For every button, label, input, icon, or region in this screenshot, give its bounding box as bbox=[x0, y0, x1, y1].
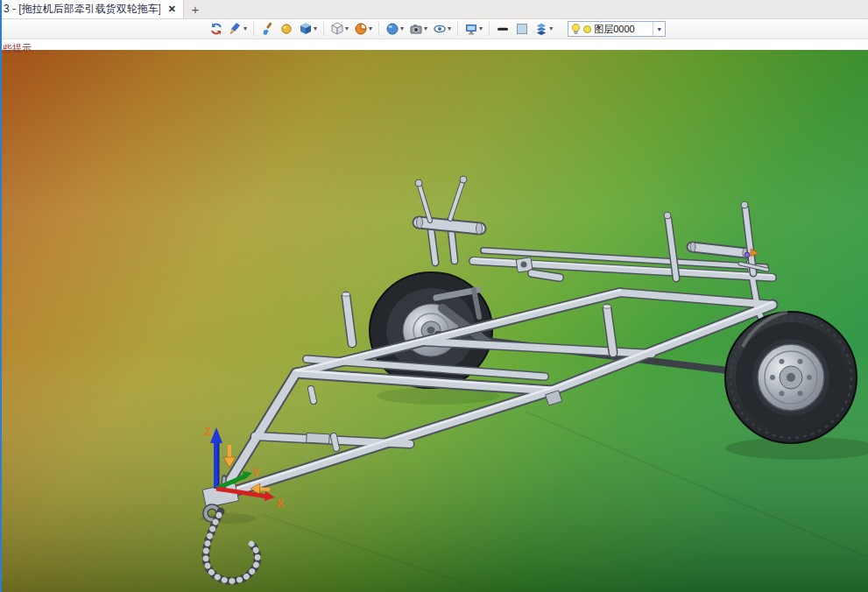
tab-close-icon[interactable]: ✕ bbox=[168, 4, 176, 15]
chevron-down-icon[interactable]: ▾ bbox=[314, 25, 317, 32]
toolbar-separator bbox=[378, 22, 379, 36]
tab-title: 3 - [拖拉机后部牵引载货双轮拖车] bbox=[4, 2, 160, 17]
layer-visibility-bulb-icon[interactable] bbox=[571, 23, 581, 36]
hide-show-icon[interactable]: ▾ bbox=[431, 20, 453, 38]
edge-style-icon[interactable] bbox=[494, 20, 512, 38]
section-view-icon[interactable]: ▾ bbox=[352, 20, 374, 38]
chevron-down-icon[interactable]: ▾ bbox=[243, 25, 247, 32]
layer-combo[interactable]: 图层0000 ▾ bbox=[568, 21, 666, 37]
chevron-down-icon[interactable]: ▾ bbox=[448, 25, 451, 32]
tip-text: 些提示. bbox=[0, 43, 34, 53]
application-window: 3 - [拖拉机后部牵引载货双轮拖车] ✕ + ▾ ▾ ▾ bbox=[0, 0, 868, 592]
triad-z-label: Z bbox=[204, 425, 211, 438]
view-toolbar: ▾ ▾ ▾ ▾ ▾ ▾ bbox=[0, 19, 868, 39]
layer-color-icon bbox=[583, 25, 591, 33]
mate-marker bbox=[745, 252, 750, 257]
triad-x-label: X bbox=[277, 497, 285, 510]
view-orientation-icon[interactable]: ▾ bbox=[297, 20, 319, 38]
near-wheel[interactable] bbox=[725, 312, 857, 443]
toolbar-separator bbox=[489, 22, 490, 36]
layer-combo-dropdown-icon[interactable]: ▾ bbox=[653, 22, 665, 36]
new-tab-button[interactable]: + bbox=[184, 0, 207, 18]
toolbar-separator bbox=[253, 22, 254, 36]
render-sphere-icon[interactable]: ▾ bbox=[384, 20, 406, 38]
chevron-down-icon[interactable]: ▾ bbox=[345, 25, 349, 32]
layers-icon[interactable]: ▾ bbox=[533, 20, 554, 38]
tip-strip: 些提示. bbox=[0, 39, 868, 50]
toolbar-separator bbox=[323, 22, 324, 36]
camera-icon[interactable]: ▾ bbox=[407, 20, 429, 38]
full-screen-icon[interactable]: ▾ bbox=[462, 20, 484, 38]
display-style-icon[interactable]: ▾ bbox=[328, 20, 350, 38]
viewport-canvas[interactable]: Z Y X bbox=[0, 50, 868, 592]
viewport-3d[interactable]: Z Y X bbox=[0, 50, 868, 592]
chevron-down-icon[interactable]: ▾ bbox=[479, 25, 483, 32]
chevron-down-icon[interactable]: ▾ bbox=[549, 25, 553, 32]
chevron-down-icon[interactable]: ▾ bbox=[369, 25, 372, 32]
layer-combo-value: 图层0000 bbox=[594, 23, 653, 36]
background-color-icon[interactable] bbox=[513, 20, 531, 38]
scene-icon[interactable] bbox=[278, 20, 295, 38]
triad-y-label: Y bbox=[252, 466, 260, 479]
window-left-border bbox=[0, 0, 2, 592]
toolbar-separator bbox=[457, 22, 458, 36]
chevron-down-icon[interactable]: ▾ bbox=[400, 25, 404, 32]
sketch-edit-icon[interactable]: ▾ bbox=[227, 20, 249, 38]
document-tab[interactable]: 3 - [拖拉机后部牵引载货双轮拖车] ✕ bbox=[0, 0, 184, 18]
appearance-icon[interactable] bbox=[258, 20, 276, 38]
rebuild-icon[interactable] bbox=[208, 20, 225, 38]
chevron-down-icon[interactable]: ▾ bbox=[424, 25, 427, 32]
tab-bar: 3 - [拖拉机后部牵引载货双轮拖车] ✕ + bbox=[0, 0, 868, 19]
